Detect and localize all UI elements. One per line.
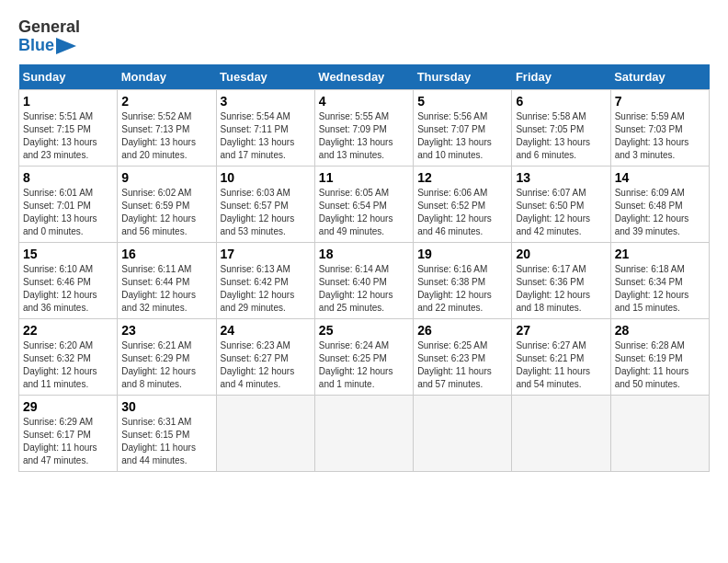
logo-text: General Blue bbox=[18, 18, 80, 55]
day-number: 16 bbox=[121, 247, 211, 261]
calendar-cell: 14Sunrise: 6:09 AMSunset: 6:48 PMDayligh… bbox=[610, 166, 709, 242]
calendar-cell: 26Sunrise: 6:25 AMSunset: 6:23 PMDayligh… bbox=[414, 318, 512, 395]
calendar-cell: 9Sunrise: 6:02 AMSunset: 6:59 PMDaylight… bbox=[118, 166, 216, 242]
day-number: 26 bbox=[417, 323, 507, 338]
day-info: Sunrise: 5:56 AMSunset: 7:07 PMDaylight:… bbox=[417, 110, 507, 162]
col-friday: Friday bbox=[512, 64, 610, 90]
header-row: Sunday Monday Tuesday Wednesday Thursday… bbox=[19, 64, 710, 90]
col-wednesday: Wednesday bbox=[314, 64, 413, 90]
day-info: Sunrise: 6:20 AMSunset: 6:32 PMDaylight:… bbox=[23, 339, 113, 391]
day-number: 10 bbox=[221, 170, 311, 185]
day-number: 2 bbox=[121, 94, 211, 109]
calendar-row: 1Sunrise: 5:51 AMSunset: 7:15 PMDaylight… bbox=[19, 89, 710, 166]
day-number: 14 bbox=[615, 170, 705, 185]
day-info: Sunrise: 6:06 AMSunset: 6:52 PMDaylight:… bbox=[417, 187, 507, 238]
day-info: Sunrise: 6:03 AMSunset: 6:57 PMDaylight:… bbox=[221, 187, 311, 238]
calendar-cell: 17Sunrise: 6:13 AMSunset: 6:42 PMDayligh… bbox=[216, 242, 314, 318]
calendar-cell bbox=[512, 395, 610, 471]
day-number: 12 bbox=[417, 170, 507, 185]
calendar-cell: 18Sunrise: 6:14 AMSunset: 6:40 PMDayligh… bbox=[314, 242, 413, 318]
day-number: 3 bbox=[221, 94, 311, 109]
day-info: Sunrise: 6:14 AMSunset: 6:40 PMDaylight:… bbox=[319, 263, 409, 315]
day-info: Sunrise: 6:10 AMSunset: 6:46 PMDaylight:… bbox=[23, 263, 113, 315]
day-number: 5 bbox=[417, 94, 507, 109]
logo-line2: Blue bbox=[18, 37, 76, 55]
day-info: Sunrise: 6:13 AMSunset: 6:42 PMDaylight:… bbox=[221, 263, 311, 315]
logo-line1: General bbox=[18, 18, 80, 37]
day-number: 28 bbox=[615, 323, 705, 338]
day-number: 27 bbox=[516, 323, 606, 338]
day-info: Sunrise: 6:01 AMSunset: 7:01 PMDaylight:… bbox=[23, 187, 113, 238]
calendar-cell: 5Sunrise: 5:56 AMSunset: 7:07 PMDaylight… bbox=[414, 89, 512, 166]
day-info: Sunrise: 6:31 AMSunset: 6:15 PMDaylight:… bbox=[121, 416, 211, 467]
day-number: 17 bbox=[221, 247, 311, 261]
day-info: Sunrise: 6:25 AMSunset: 6:23 PMDaylight:… bbox=[417, 339, 507, 391]
day-info: Sunrise: 6:24 AMSunset: 6:25 PMDaylight:… bbox=[319, 339, 409, 391]
calendar-cell bbox=[216, 395, 314, 471]
day-info: Sunrise: 5:59 AMSunset: 7:03 PMDaylight:… bbox=[615, 110, 705, 162]
calendar-cell: 28Sunrise: 6:28 AMSunset: 6:19 PMDayligh… bbox=[610, 318, 709, 395]
day-info: Sunrise: 6:16 AMSunset: 6:38 PMDaylight:… bbox=[417, 263, 507, 315]
day-info: Sunrise: 6:29 AMSunset: 6:17 PMDaylight:… bbox=[23, 416, 113, 467]
calendar-cell: 3Sunrise: 5:54 AMSunset: 7:11 PMDaylight… bbox=[216, 89, 314, 166]
calendar-cell: 7Sunrise: 5:59 AMSunset: 7:03 PMDaylight… bbox=[610, 89, 709, 166]
calendar-cell: 13Sunrise: 6:07 AMSunset: 6:50 PMDayligh… bbox=[512, 166, 610, 242]
calendar-cell: 6Sunrise: 5:58 AMSunset: 7:05 PMDaylight… bbox=[512, 89, 610, 166]
day-number: 15 bbox=[23, 247, 113, 261]
day-info: Sunrise: 6:05 AMSunset: 6:54 PMDaylight:… bbox=[319, 187, 409, 238]
day-info: Sunrise: 5:58 AMSunset: 7:05 PMDaylight:… bbox=[516, 110, 606, 162]
day-info: Sunrise: 6:18 AMSunset: 6:34 PMDaylight:… bbox=[615, 263, 705, 315]
calendar-cell: 27Sunrise: 6:27 AMSunset: 6:21 PMDayligh… bbox=[512, 318, 610, 395]
day-number: 8 bbox=[23, 170, 113, 185]
calendar-cell: 2Sunrise: 5:52 AMSunset: 7:13 PMDaylight… bbox=[118, 89, 216, 166]
calendar-cell: 22Sunrise: 6:20 AMSunset: 6:32 PMDayligh… bbox=[19, 318, 118, 395]
day-number: 21 bbox=[615, 247, 705, 261]
day-number: 22 bbox=[23, 323, 113, 338]
calendar-cell: 30Sunrise: 6:31 AMSunset: 6:15 PMDayligh… bbox=[118, 395, 216, 471]
day-info: Sunrise: 6:27 AMSunset: 6:21 PMDaylight:… bbox=[516, 339, 606, 391]
calendar-row: 15Sunrise: 6:10 AMSunset: 6:46 PMDayligh… bbox=[19, 242, 710, 318]
svg-marker-0 bbox=[56, 38, 76, 54]
header: General Blue bbox=[18, 18, 710, 55]
day-number: 6 bbox=[516, 94, 606, 109]
day-info: Sunrise: 6:07 AMSunset: 6:50 PMDaylight:… bbox=[516, 187, 606, 238]
day-info: Sunrise: 5:54 AMSunset: 7:11 PMDaylight:… bbox=[221, 110, 311, 162]
day-info: Sunrise: 6:28 AMSunset: 6:19 PMDaylight:… bbox=[615, 339, 705, 391]
day-info: Sunrise: 5:51 AMSunset: 7:15 PMDaylight:… bbox=[23, 110, 113, 162]
logo: General Blue bbox=[18, 18, 80, 55]
day-number: 9 bbox=[121, 170, 211, 185]
col-thursday: Thursday bbox=[414, 64, 512, 90]
calendar-cell: 19Sunrise: 6:16 AMSunset: 6:38 PMDayligh… bbox=[414, 242, 512, 318]
calendar-body: 1Sunrise: 5:51 AMSunset: 7:15 PMDaylight… bbox=[19, 89, 710, 471]
day-number: 19 bbox=[417, 247, 507, 261]
col-tuesday: Tuesday bbox=[216, 64, 314, 90]
calendar-cell bbox=[314, 395, 413, 471]
calendar-row: 22Sunrise: 6:20 AMSunset: 6:32 PMDayligh… bbox=[19, 318, 710, 395]
day-info: Sunrise: 5:55 AMSunset: 7:09 PMDaylight:… bbox=[319, 110, 409, 162]
col-sunday: Sunday bbox=[19, 64, 118, 90]
calendar-cell: 8Sunrise: 6:01 AMSunset: 7:01 PMDaylight… bbox=[19, 166, 118, 242]
day-number: 29 bbox=[23, 399, 113, 414]
day-number: 20 bbox=[516, 247, 606, 261]
calendar-cell: 16Sunrise: 6:11 AMSunset: 6:44 PMDayligh… bbox=[118, 242, 216, 318]
calendar-cell: 29Sunrise: 6:29 AMSunset: 6:17 PMDayligh… bbox=[19, 395, 118, 471]
day-number: 4 bbox=[319, 94, 409, 109]
col-saturday: Saturday bbox=[610, 64, 709, 90]
day-number: 18 bbox=[319, 247, 409, 261]
calendar-cell: 25Sunrise: 6:24 AMSunset: 6:25 PMDayligh… bbox=[314, 318, 413, 395]
col-monday: Monday bbox=[118, 64, 216, 90]
calendar-cell: 10Sunrise: 6:03 AMSunset: 6:57 PMDayligh… bbox=[216, 166, 314, 242]
day-info: Sunrise: 6:17 AMSunset: 6:36 PMDaylight:… bbox=[516, 263, 606, 315]
day-number: 30 bbox=[121, 399, 211, 414]
calendar-cell: 4Sunrise: 5:55 AMSunset: 7:09 PMDaylight… bbox=[314, 89, 413, 166]
calendar-row: 8Sunrise: 6:01 AMSunset: 7:01 PMDaylight… bbox=[19, 166, 710, 242]
day-info: Sunrise: 6:09 AMSunset: 6:48 PMDaylight:… bbox=[615, 187, 705, 238]
calendar-table: Sunday Monday Tuesday Wednesday Thursday… bbox=[18, 64, 710, 472]
day-number: 25 bbox=[319, 323, 409, 338]
day-info: Sunrise: 6:02 AMSunset: 6:59 PMDaylight:… bbox=[121, 187, 211, 238]
calendar-cell: 23Sunrise: 6:21 AMSunset: 6:29 PMDayligh… bbox=[118, 318, 216, 395]
logo-chevron bbox=[56, 38, 76, 54]
calendar-cell: 11Sunrise: 6:05 AMSunset: 6:54 PMDayligh… bbox=[314, 166, 413, 242]
day-number: 24 bbox=[221, 323, 311, 338]
calendar-cell: 1Sunrise: 5:51 AMSunset: 7:15 PMDaylight… bbox=[19, 89, 118, 166]
